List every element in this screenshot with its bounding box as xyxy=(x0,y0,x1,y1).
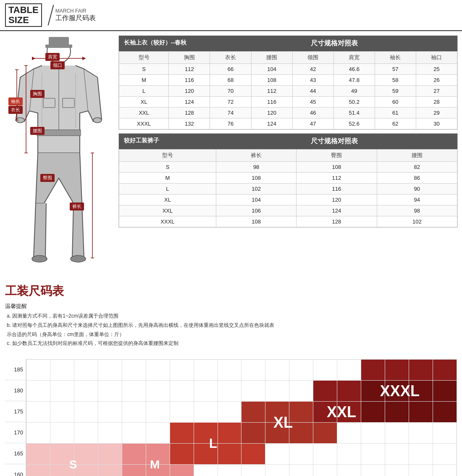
grid-cell xyxy=(170,381,194,401)
lower-table: 型号 裤长 臀围 腰围 S9810882M10811286L10211690XL… xyxy=(119,149,457,227)
table-cell: 51.4 xyxy=(333,108,375,118)
grid-cell xyxy=(74,381,98,401)
table-cell: 45 xyxy=(292,97,333,108)
grid-cell xyxy=(146,423,170,443)
grid-cell xyxy=(313,381,337,401)
reminder-title: 温馨提醒 xyxy=(5,302,457,310)
grid-cell xyxy=(98,465,122,476)
col-type-lower: 型号 xyxy=(119,150,216,162)
table-cell: XXL xyxy=(119,205,216,216)
reminder-item-a: a. 因测量方式不同，若有1~2cm误差属于合理范围 xyxy=(7,312,457,321)
tables-section: 长袖上衣（较好）--春秋 尺寸规格对照表 型号 胸围 衣长 腰围 领围 肩宽 袖… xyxy=(118,35,458,279)
table-cell: 106 xyxy=(216,205,296,216)
grid-cell xyxy=(337,381,361,401)
svg-point-12 xyxy=(93,118,102,123)
grid-cell xyxy=(289,360,313,380)
upper-table: 型号 胸围 衣长 腰围 领围 肩宽 袖长 袖口 S112661044246.65… xyxy=(119,51,457,129)
grid-cell xyxy=(74,360,98,380)
col-waist-lower: 腰围 xyxy=(377,150,457,162)
grid-cell xyxy=(194,444,218,464)
grid-cell xyxy=(122,465,146,476)
table-cell: L xyxy=(119,184,216,195)
size-chart-grid: SMLXLXXLXXXL xyxy=(26,359,457,476)
table-cell: 112 xyxy=(297,173,377,184)
table-row: M116681084347.85826 xyxy=(119,75,457,86)
grid-cell xyxy=(74,465,98,476)
y-label: 175 xyxy=(5,401,26,422)
table-cell: 42 xyxy=(292,64,333,75)
grid-cell xyxy=(361,444,385,464)
upper-table-header: 长袖上衣（较好）--春秋 尺寸规格对照表 xyxy=(119,36,457,51)
table-cell: 82 xyxy=(377,162,457,173)
y-label: 180 xyxy=(5,380,26,401)
table-row: XXL128741204651.46129 xyxy=(119,108,457,118)
table-cell: 25 xyxy=(416,64,457,75)
grid-row-inner xyxy=(26,402,457,423)
grid-cell xyxy=(98,444,122,464)
table-cell: 108 xyxy=(216,173,296,184)
y-label: 170 xyxy=(5,422,26,443)
grid-cell xyxy=(194,360,218,380)
page-header: TABLE SIZE MARCH FAIR 工作服尺码表 xyxy=(0,0,462,31)
table-cell: 49 xyxy=(333,86,375,97)
table-cell: 60 xyxy=(375,97,416,108)
table-cell: 28 xyxy=(416,97,457,108)
grid-cell xyxy=(289,381,313,401)
grid-cell xyxy=(50,402,74,422)
grid-cell xyxy=(433,423,457,443)
table-cell: 50.2 xyxy=(333,97,375,108)
table-cell: 94 xyxy=(377,195,457,205)
table-cell: 120 xyxy=(297,195,377,205)
grid-cell xyxy=(313,465,337,476)
grid-cell xyxy=(50,381,74,401)
grid-cell xyxy=(433,444,457,464)
grid-cell xyxy=(218,423,242,443)
grid-cell xyxy=(26,444,50,464)
page-subtitle: 工作服尺码表 xyxy=(55,14,96,23)
upper-table-body: S112661044246.65725M116681084347.85826L1… xyxy=(119,64,457,129)
grid-cell xyxy=(26,465,50,476)
grid-cell xyxy=(98,423,122,443)
grid-row-inner xyxy=(26,465,457,476)
grid-cell xyxy=(361,381,385,401)
grid-cell xyxy=(122,402,146,422)
grid-cell xyxy=(218,402,242,422)
table-cell: 68 xyxy=(210,75,251,86)
chest-label: 胸围 xyxy=(30,90,45,98)
reminder-list: a. 因测量方式不同，若有1~2cm误差属于合理范围 b. 请对照每个员工的身高… xyxy=(5,312,457,348)
grid-cell xyxy=(313,444,337,464)
grid-cell xyxy=(242,465,265,476)
grid-cell xyxy=(265,360,289,380)
grid-cell xyxy=(242,360,265,380)
table-cell: 47 xyxy=(292,118,333,129)
grid-cell xyxy=(337,360,361,380)
table-row: L10211690 xyxy=(119,184,457,195)
table-cell: 116 xyxy=(251,97,292,108)
col-hip: 臀围 xyxy=(297,150,377,162)
table-cell: 124 xyxy=(169,97,210,108)
grid-cell xyxy=(26,360,50,380)
pants-label: 裤长 xyxy=(70,202,84,210)
lower-table-header: 较好工装裤子 尺寸规格对照表 xyxy=(119,134,457,149)
grid-cell xyxy=(385,423,409,443)
table-cell: 30 xyxy=(416,118,457,129)
table-row: XXXL108128102 xyxy=(119,216,457,227)
table-cell: 29 xyxy=(416,108,457,118)
grid-cell xyxy=(361,402,385,422)
grid-cell xyxy=(433,381,457,401)
grid-cell xyxy=(50,444,74,464)
header-divider xyxy=(47,5,54,26)
grid-cell xyxy=(146,360,170,380)
table-cell: 108 xyxy=(251,75,292,86)
hip-label: 臀围 xyxy=(40,174,55,182)
lower-table-spec: 尺寸规格对照表 xyxy=(211,134,457,149)
grid-cell xyxy=(361,465,385,476)
lower-table-title: 较好工装裤子 xyxy=(119,134,211,149)
header-right: MARCH FAIR 工作服尺码表 xyxy=(55,8,96,23)
grid-row-inner xyxy=(26,444,457,465)
lower-table-body: S9810882M10811286L10211690XL10412094XXL1… xyxy=(119,162,457,227)
grid-cell xyxy=(361,360,385,380)
grid-cell xyxy=(289,444,313,464)
grid-cell xyxy=(265,465,289,476)
table-cell: 70 xyxy=(210,86,251,97)
